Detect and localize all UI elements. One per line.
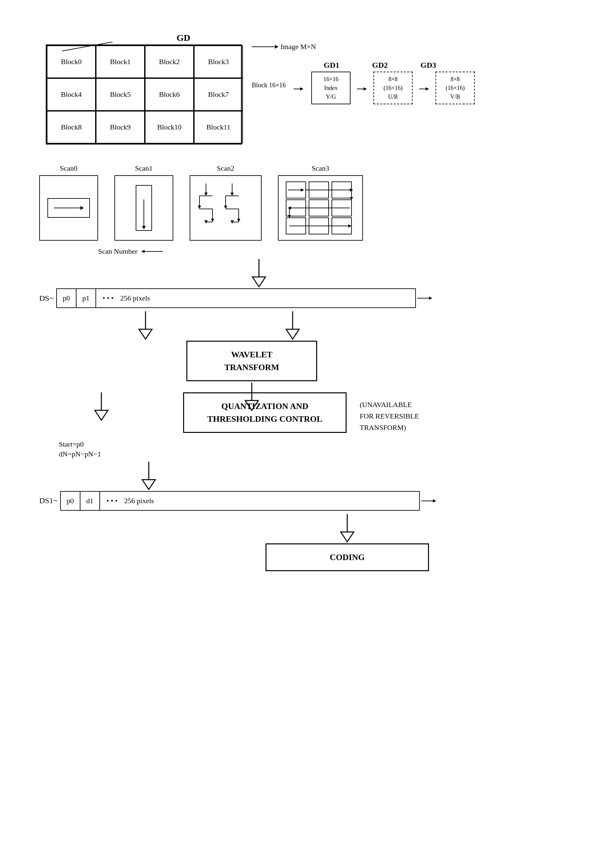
- coding-section: CODING: [39, 543, 590, 571]
- quant-down-arrow-area: [137, 462, 590, 491]
- svg-marker-55: [139, 329, 152, 339]
- grid-cell-11: Block11: [194, 111, 243, 143]
- sub-block2: 8×8 (16×16) U/R: [374, 72, 413, 104]
- scan1-arrow: [143, 200, 144, 229]
- quant-text: QUANTIZATION AND THRESHOLDING CONTROL: [197, 400, 332, 425]
- grid-cell-3: Block3: [194, 46, 243, 78]
- scan0-item: Scan0: [39, 164, 98, 241]
- svg-marker-63: [142, 480, 155, 490]
- scan-number-text: Scan Number: [98, 247, 137, 256]
- ds-right-down-arrow: [281, 311, 304, 341]
- gd-label: GD: [177, 33, 190, 43]
- gd-label-area: GD Block0 Block1 Block2 Block3 Block4 Bl…: [46, 33, 242, 145]
- scan-number-arrow: [140, 248, 166, 255]
- gd2-label: GD2: [372, 61, 388, 70]
- sub-block2-line3: U/R: [384, 93, 403, 101]
- ds1-p0: p0: [61, 492, 81, 510]
- svg-marker-67: [341, 532, 354, 542]
- grid-cell-5: Block5: [96, 78, 145, 111]
- grid-cell-10: Block10: [145, 111, 194, 143]
- quant-section: QUANTIZATION AND THRESHOLDING CONTROL (U…: [39, 392, 590, 571]
- image-arrow: [252, 46, 278, 47]
- ds-arrows-row: [72, 311, 366, 341]
- ds1-right-arrow: [421, 498, 438, 504]
- sub-blocks-row: Block 16×16 16×16 Index: [252, 72, 475, 104]
- svg-marker-24: [237, 219, 240, 222]
- diagram-container: GD Block0 Block1 Block2 Block3 Block4 Bl…: [0, 0, 616, 854]
- ds1-row: DS1~ p0 d1 • • • 256 pixels: [39, 491, 590, 511]
- grid-cell-8: Block8: [47, 111, 96, 143]
- coding-box: CODING: [265, 543, 429, 571]
- unavailable-note: (UNAVAILABLE FOR REVERSIBLE TRANSFORM): [360, 399, 419, 433]
- scan0-inner: [47, 198, 90, 218]
- ds1-label: DS1~: [39, 496, 58, 505]
- scan-number-row: Scan Number: [98, 247, 590, 256]
- svg-marker-21: [224, 206, 227, 209]
- scan3-svg: [284, 180, 357, 236]
- sub-block2-line2: (16×16): [384, 84, 403, 93]
- scan2-label: Scan2: [217, 164, 235, 172]
- scan-items-row: Scan0 Scan1 Scan2: [39, 164, 590, 241]
- ds1-pixels: • • • 256 pixels: [100, 497, 419, 505]
- sub-block3-line2: (16×16): [446, 84, 465, 93]
- svg-marker-65: [433, 499, 436, 503]
- scan1-label: Scan1: [135, 164, 153, 172]
- gd-grid: Block0 Block1 Block2 Block3 Block4 Block…: [46, 44, 242, 145]
- ds-row: DS~ p0 p1 • • • 256 pixels: [39, 288, 590, 308]
- top-section: GD Block0 Block1 Block2 Block3 Block4 Bl…: [46, 33, 590, 145]
- svg-marker-8: [204, 192, 207, 196]
- grid-cell-4: Block4: [47, 78, 96, 111]
- quant-box: QUANTIZATION AND THRESHOLDING CONTROL: [183, 392, 346, 433]
- svg-marker-51: [252, 277, 265, 287]
- sub-block3-container: 8×8 (16×16) V/B: [436, 72, 475, 104]
- image-label-row: Image M×N: [252, 43, 475, 51]
- svg-marker-14: [211, 219, 214, 222]
- sub-block2-line1: 8×8: [384, 75, 403, 84]
- svg-marker-49: [141, 250, 145, 253]
- grid-cell-6: Block6: [145, 78, 194, 111]
- ds1-d1: d1: [81, 492, 100, 510]
- sub-block-labels: GD1 GD2 GD3: [324, 61, 475, 70]
- ds-bar: p0 p1 • • • 256 pixels: [56, 288, 416, 308]
- formula-section: Start=p0 dN=pN−pN−1: [59, 440, 590, 458]
- image-label: Image M×N: [281, 43, 316, 51]
- svg-marker-53: [429, 297, 432, 300]
- sub-block1: 16×16 Index Y/G: [311, 72, 351, 104]
- dn-formula: dN=pN−pN−1: [59, 450, 590, 458]
- sub-block3: 8×8 (16×16) V/B: [436, 72, 475, 104]
- coding-text: CODING: [330, 552, 365, 562]
- ds-right-arrow: [417, 295, 433, 302]
- sub-block1-line1: 16×16: [323, 75, 338, 84]
- quant-row: QUANTIZATION AND THRESHOLDING CONTROL (U…: [39, 392, 590, 433]
- scan2-svg: [196, 180, 255, 236]
- left-down-arrow2: [90, 392, 113, 422]
- ds1-bar: p0 d1 • • • 256 pixels: [60, 491, 420, 511]
- svg-marker-18: [230, 192, 234, 196]
- svg-marker-11: [198, 206, 201, 209]
- left-down-area: [39, 392, 163, 422]
- gd3-label: GD3: [421, 61, 436, 70]
- ds-p1: p1: [76, 289, 96, 307]
- ds-label: DS~: [39, 294, 53, 303]
- scan0-label: Scan0: [60, 164, 78, 172]
- scan2-item: Scan2: [190, 164, 262, 241]
- scan1-item: Scan1: [114, 164, 173, 241]
- sub-block2-container: 8×8 (16×16) U/R: [374, 72, 413, 104]
- start-formula: Start=p0: [59, 440, 590, 448]
- sub-block1-line2: Index: [323, 84, 338, 93]
- sub-block1-container: 16×16 Index Y/G: [311, 72, 351, 104]
- scan-section: Scan0 Scan1 Scan2: [39, 164, 590, 241]
- scan1-inner: [136, 185, 152, 231]
- svg-marker-37: [301, 188, 304, 192]
- svg-marker-57: [286, 329, 299, 339]
- quant-center: QUANTIZATION AND THRESHOLDING CONTROL: [183, 392, 346, 433]
- scan3-box: [278, 175, 363, 241]
- grid-cell-2: Block2: [145, 46, 194, 78]
- sub-blocks-section: GD1 GD2 GD3 Block 16×16: [252, 61, 475, 104]
- ds1-down-arrow-area: [105, 514, 590, 543]
- scan-to-ds-arrow: [0, 259, 590, 288]
- sub-block3-line1: 8×8: [446, 75, 465, 84]
- gd1-label: GD1: [324, 61, 339, 70]
- right-side: Image M×N GD1 GD2 GD3 Block 16×16: [252, 33, 475, 104]
- wavelet-box: WAVELET TRANSFORM: [186, 341, 317, 381]
